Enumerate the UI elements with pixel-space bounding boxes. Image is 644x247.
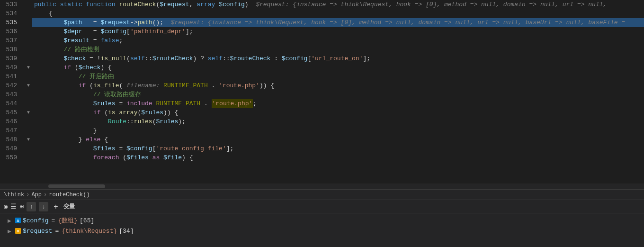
fold-indicator-542[interactable]: ▼ [25,81,32,90]
line-number-546: 546 [0,117,21,126]
code-line-544[interactable]: $rules = include RUNTIME_PATH . 'route.p… [32,99,644,108]
variable-name-1: $request [23,228,52,235]
add-watch-button[interactable]: + [51,202,61,211]
code-line-539[interactable]: $check = !is_null(self::$routeCheck) ? s… [32,54,644,63]
expand-button-1[interactable]: ▶ [6,227,13,235]
editor-area: 5335345355365375385395405415425435445455… [0,0,644,247]
fold-indicator-541 [25,72,32,81]
fold-indicator-535 [25,18,32,27]
code-line-547[interactable]: } [32,126,644,135]
variable-eq-1: = [55,228,59,235]
fold-indicator-537 [25,36,32,45]
breadcrumb-item-2[interactable]: routeCheck() [49,192,89,198]
fold-indicator-549 [25,144,32,153]
panel-label: 变量 [63,202,75,210]
line-number-537: 537 [0,36,21,45]
code-line-541[interactable]: // 开启路由 [32,72,644,81]
bottom-panel: ◉ ☰ ⊞ ↑ ↓ + 变量 ▶A$config = {数组} [65]▶O$r… [0,200,644,247]
fold-indicator-540[interactable]: ▼ [25,63,32,72]
line-number-543: 543 [0,90,21,99]
breadcrumb-sep-1: › [44,192,47,198]
line-number-535: 535 [0,18,21,27]
code-line-550[interactable]: foreach ($files as $file) { [32,153,644,162]
fold-indicator-544 [25,99,32,108]
object-icon: O [15,228,21,234]
code-line-538[interactable]: // 路由检测 [32,45,644,54]
line-number-547: 547 [0,126,21,135]
array-icon: A [15,218,21,223]
line-number-541: 541 [0,72,21,81]
code-content[interactable]: public static function routeCheck($reque… [32,0,644,183]
code-line-546[interactable]: Route::rules($rules); [32,117,644,126]
line-numbers: 5335345355365375385395405415425435445455… [0,0,25,183]
fold-indicator-543 [25,90,32,99]
line-number-548: 548 [0,135,21,144]
line-number-540: 540 [0,63,21,72]
fold-indicator-545[interactable]: ▼ [25,108,32,117]
variable-type-0: {数组} [58,216,78,225]
code-line-534[interactable]: { [32,9,644,18]
code-line-542[interactable]: if (is_file( filename: RUNTIME_PATH . 'r… [32,81,644,90]
code-viewport: 5335345355365375385395405415425435445455… [0,0,644,183]
line-number-542: 542 [0,81,21,90]
variable-count-1: [34] [119,228,134,235]
scrollbar-thumb[interactable] [48,184,105,188]
fold-indicator-536 [25,27,32,36]
code-line-543[interactable]: // 读取路由缓存 [32,90,644,99]
fold-indicator-548[interactable]: ▼ [25,135,32,144]
fold-gutter: ▼▼▼▼ [25,0,32,183]
fold-indicator-539 [25,54,32,63]
panel-header-row: ◉ ☰ ⊞ ↑ ↓ + 变量 [0,200,644,213]
code-line-533[interactable]: public static function routeCheck($reque… [32,0,644,9]
fold-indicator-534 [25,9,32,18]
code-line-545[interactable]: if (is_array($rules)) { [32,108,644,117]
nav-down-button[interactable]: ↓ [39,202,48,211]
fold-indicator-547 [25,126,32,135]
line-number-534: 534 [0,9,21,18]
fold-indicator-546 [25,117,32,126]
fold-indicator-533 [25,0,32,9]
line-number-536: 536 [0,27,21,36]
code-line-540[interactable]: if ($check) { [32,63,644,72]
variable-count-0: [65] [80,217,94,224]
debug-grid-icon[interactable]: ⊞ [19,202,23,210]
expand-button-0[interactable]: ▶ [6,217,13,224]
code-line-548[interactable]: } else { [32,135,644,144]
line-number-533: 533 [0,0,21,9]
line-number-550: 550 [0,153,21,162]
line-number-538: 538 [0,45,21,54]
variable-type-1: {think\Request} [62,228,117,235]
fold-indicator-538 [25,45,32,54]
variable-name-0: $config [23,217,49,224]
code-line-549[interactable]: $files = $config['route_config_file']; [32,144,644,153]
code-line-537[interactable]: $result = false; [32,36,644,45]
breadcrumb-item-1[interactable]: App [31,192,42,198]
line-number-549: 549 [0,144,21,153]
nav-up-button[interactable]: ↑ [27,202,36,211]
breadcrumb-item-0[interactable]: \think [4,192,24,198]
debug-circle-icon[interactable]: ◉ [4,202,8,210]
line-number-544: 544 [0,99,21,108]
variable-item-1[interactable]: ▶O$request = {think\Request} [34] [4,226,640,236]
line-number-545: 545 [0,108,21,117]
variable-item-0[interactable]: ▶A$config = {数组} [65] [4,215,640,226]
code-line-535[interactable]: $path = $request->path(); $request: {ins… [32,18,644,27]
variable-eq-0: = [52,217,55,224]
panel-content: ▶A$config = {数组} [65]▶O$request = {think… [0,213,644,247]
breadcrumb-sep-0: › [26,192,29,198]
horizontal-scrollbar[interactable] [0,183,644,189]
code-line-536[interactable]: $depr = $config['pathinfo_depr']; [32,27,644,36]
breadcrumb: \think › App › routeCheck() [0,189,644,200]
fold-indicator-550 [25,153,32,162]
debug-list-icon[interactable]: ☰ [10,202,17,210]
line-number-539: 539 [0,54,21,63]
